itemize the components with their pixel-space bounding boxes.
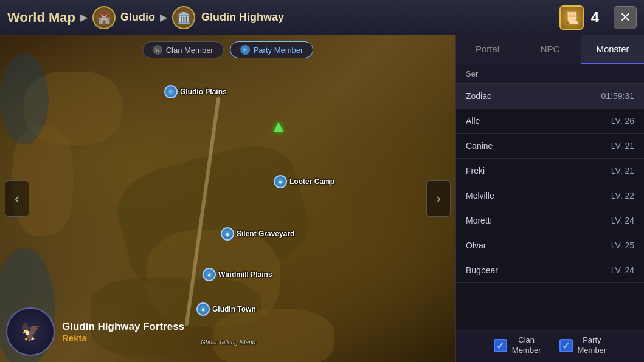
monster-name-2: Canine: [466, 141, 493, 151]
location2-icon: 🏛️: [172, 6, 195, 29]
location1-icon: 🏰: [92, 6, 116, 29]
emblem-fortress-name: Gludin Highway Fortress: [62, 321, 184, 333]
monster-level-4: LV. 22: [611, 191, 634, 200]
monster-row[interactable]: Zodiac 01:59:31: [456, 84, 644, 109]
monster-list[interactable]: Zodiac 01:59:31 Alle LV. 26 Canine LV. 2…: [456, 84, 644, 329]
monster-name-3: Freki: [466, 166, 485, 176]
monster-row[interactable]: Moretti LV. 24: [456, 208, 644, 233]
breadcrumb-arrow2: ▶: [160, 12, 167, 23]
monster-row[interactable]: Freki LV. 21: [456, 159, 644, 183]
tab-portal[interactable]: Portal: [456, 35, 519, 64]
monster-level-5: LV. 24: [611, 216, 634, 225]
party-member-check[interactable]: ✓ PartyMember: [559, 335, 607, 356]
party-filter-label: Party Member: [254, 46, 303, 55]
clan-icon: ⚔: [153, 45, 162, 55]
monster-level-3: LV. 21: [611, 166, 634, 176]
breadcrumb: World Map ▶ 🏰 Gludio ▶: [7, 6, 167, 29]
bottom-checks: ✓ ClanMember ✓ PartyMember: [456, 329, 644, 362]
monster-level-6: LV. 25: [611, 241, 634, 250]
monster-name-1: Alle: [466, 116, 480, 126]
clan-member-filter[interactable]: ⚔ Clan Member: [142, 41, 224, 58]
clan-checkbox[interactable]: ✓: [494, 339, 507, 352]
main-content: ⚔ Clan Member ⚜ Party Member ✦ Gludio Pl…: [0, 35, 644, 362]
party-checkbox[interactable]: ✓: [559, 339, 573, 352]
sub-location: 🏛️ Gludin Highway: [172, 6, 284, 29]
close-button[interactable]: ✕: [614, 6, 637, 29]
monster-timer-0: 01:59:31: [601, 91, 635, 101]
marker-label2: Looter Camp: [289, 177, 334, 186]
marker-silent-graveyard[interactable]: ● Silent Graveyard: [221, 227, 294, 241]
location2-name: Gludin Highway: [201, 11, 284, 24]
marker-dot2: ●: [274, 175, 287, 188]
header-name: Ser: [466, 69, 478, 78]
monster-row[interactable]: Bugbear LV. 24: [456, 258, 644, 283]
monster-name-6: Olvar: [466, 241, 486, 250]
world-map-title: World Map: [7, 10, 75, 26]
marker-windmill-plains[interactable]: ● Windmill Plains: [203, 268, 272, 281]
player-marker: [274, 122, 283, 132]
monster-level-7: LV. 24: [611, 265, 634, 275]
monster-list-header: Ser: [456, 64, 644, 84]
monster-name-4: Melville: [466, 191, 494, 200]
emblem-info: Gludin Highway Fortress Rekta: [62, 321, 184, 343]
scroll-icon: 📜: [559, 5, 584, 30]
checkmark-icon: ✓: [496, 340, 504, 352]
nav-arrow-right[interactable]: ›: [426, 180, 451, 217]
location1-name: Gludio: [120, 11, 155, 24]
emblem-icon: 🦅: [6, 307, 55, 356]
marker-gludio-plains[interactable]: ✦ Gludio Plains: [164, 85, 227, 98]
monster-row[interactable]: Olvar LV. 25: [456, 233, 644, 258]
monster-row[interactable]: Alle LV. 26: [456, 109, 644, 134]
marker-looter-camp[interactable]: ● Looter Camp: [274, 175, 334, 188]
monster-row[interactable]: Canine LV. 21: [456, 134, 644, 159]
marker-label4: Windmill Plains: [218, 270, 272, 279]
nav-arrow-left[interactable]: ‹: [5, 180, 29, 217]
marker-dot5: ●: [196, 302, 210, 316]
marker-label5: Gludin Town: [212, 305, 256, 313]
clan-filter-label: Clan Member: [166, 46, 213, 55]
emblem-rank: Rekta: [62, 333, 184, 343]
monster-level-1: LV. 26: [611, 116, 634, 126]
marker-dot: ✦: [164, 85, 178, 98]
monster-name-7: Bugbear: [466, 265, 498, 275]
monster-row[interactable]: Melville LV. 22: [456, 183, 644, 208]
monster-name-0: Zodiac: [466, 91, 491, 101]
map-area: ⚔ Clan Member ⚜ Party Member ✦ Gludio Pl…: [0, 35, 455, 362]
party-member-filter[interactable]: ⚜ Party Member: [230, 41, 314, 58]
location-count: 4: [591, 9, 599, 26]
party-check-label: PartyMember: [578, 335, 607, 356]
tab-bar: Portal NPC Monster: [456, 35, 644, 64]
checkmark-icon2: ✓: [562, 340, 570, 352]
monster-name-5: Moretti: [466, 216, 492, 225]
bottom-emblem: 🦅 Gludin Highway Fortress Rekta: [6, 307, 184, 356]
top-bar: World Map ▶ 🏰 Gludio ▶ 🏛️ Gludin Highway…: [0, 0, 644, 35]
marker-label: Gludio Plains: [180, 87, 227, 96]
marker-gludin-town[interactable]: ● Gludin Town: [196, 302, 256, 316]
ghost-label: Ghost Talking Island: [201, 339, 255, 346]
marker-dot4: ●: [203, 268, 216, 281]
monster-level-2: LV. 21: [611, 141, 634, 151]
clan-check-label: ClanMember: [512, 335, 541, 356]
party-icon: ⚜: [240, 45, 250, 55]
breadcrumb-arrow: ▶: [80, 12, 88, 23]
marker-label3: Silent Graveyard: [237, 230, 294, 238]
clan-member-check[interactable]: ✓ ClanMember: [494, 335, 541, 356]
tab-npc[interactable]: NPC: [519, 35, 581, 64]
right-panel: Portal NPC Monster Ser Zodiac 01:59:31 A…: [455, 35, 644, 362]
marker-dot3: ●: [221, 227, 234, 241]
map-filter-bar: ⚔ Clan Member ⚜ Party Member: [142, 41, 314, 58]
tab-monster[interactable]: Monster: [581, 35, 644, 64]
